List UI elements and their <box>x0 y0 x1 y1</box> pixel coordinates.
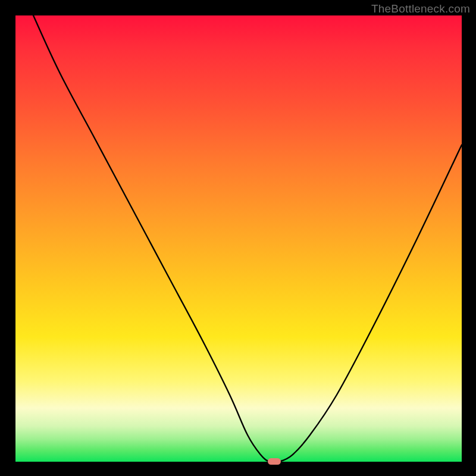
plot-area <box>15 15 462 462</box>
chart-frame: TheBottleneck.com <box>0 0 476 476</box>
bottleneck-curve <box>15 15 462 462</box>
watermark-text: TheBottleneck.com <box>371 2 470 15</box>
minimum-marker <box>268 458 281 465</box>
